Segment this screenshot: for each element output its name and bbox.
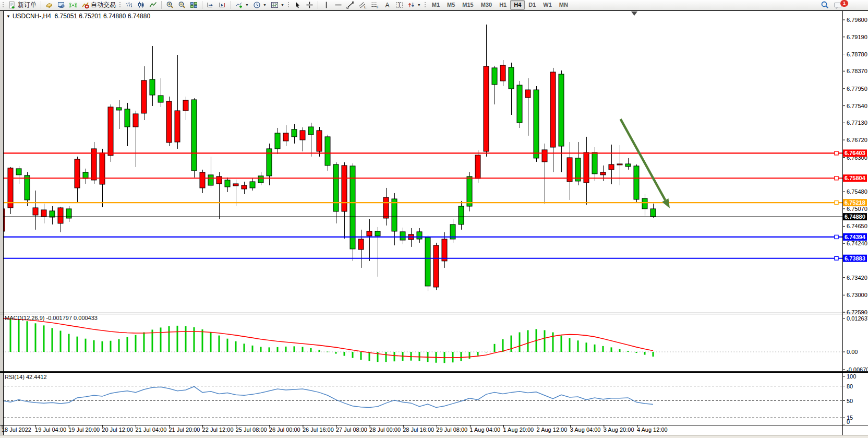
timeframe-D1[interactable]: D1 (525, 0, 539, 10)
time-tick-label: 20 Jul 12:00 (102, 427, 133, 433)
trendline-button[interactable] (344, 0, 356, 10)
candle-up (517, 85, 522, 123)
line-handle[interactable] (835, 151, 838, 155)
trendline-icon (346, 1, 354, 9)
price-tick-label: 6.77950 (847, 86, 867, 92)
macd-bar (527, 330, 529, 352)
macd-tick-label: 0.012637 (847, 315, 868, 322)
macd-bar (10, 319, 11, 352)
profiles-button[interactable] (43, 0, 55, 10)
macd-bar (260, 347, 262, 352)
macd-bar (85, 339, 87, 352)
macd-bar (586, 342, 587, 352)
macd-bar (502, 339, 504, 352)
toolbar-grip[interactable] (424, 2, 426, 8)
toolbar-grip[interactable] (119, 2, 121, 8)
timeframe-H1[interactable]: H1 (496, 0, 510, 10)
macd-indicator-label: MACD(12,26,9) -0.001797 0.000433 (5, 315, 98, 321)
candle-up (333, 164, 339, 211)
text-icon: A (383, 1, 391, 9)
zoom-out-button[interactable] (176, 0, 188, 10)
candle-up (258, 176, 263, 183)
search-button[interactable] (818, 0, 831, 10)
templates-button[interactable]: ▼ (269, 0, 286, 10)
cursor-button[interactable] (292, 0, 304, 10)
periods-button[interactable]: ▼ (251, 0, 269, 10)
chart-shift-button[interactable] (216, 0, 228, 10)
line-chart-icon (149, 1, 157, 9)
candle-up (592, 152, 597, 174)
chart-canvas[interactable]: 6.796006.791906.787806.783706.779506.775… (0, 0, 868, 438)
candle-up (116, 108, 122, 110)
line-handle[interactable] (835, 235, 838, 239)
news-signal-button[interactable] (67, 0, 79, 10)
market-watch-button[interactable] (55, 0, 67, 10)
text-button[interactable]: A (381, 0, 393, 10)
macd-bar (319, 350, 320, 352)
macd-bar (552, 333, 554, 352)
notifications-button[interactable]: 1 (831, 0, 845, 10)
line-handle[interactable] (835, 256, 838, 260)
time-tick-label: 2 Aug 12:00 (537, 427, 568, 433)
crosshair-icon (306, 1, 314, 9)
signal-icon (69, 1, 77, 9)
toolbar-grip[interactable] (2, 2, 4, 8)
line-handle[interactable] (835, 201, 838, 205)
tile-windows-icon (190, 1, 198, 9)
timeframe-M30[interactable]: M30 (477, 0, 496, 10)
line-chart-button[interactable] (147, 0, 159, 10)
timeframe-M15[interactable]: M15 (459, 0, 477, 10)
macd-bar (110, 341, 112, 352)
text-label-button[interactable]: T (393, 0, 405, 10)
candle-up (650, 209, 656, 217)
macd-bar (160, 327, 162, 352)
timeframe-MN[interactable]: MN (556, 0, 572, 10)
arrows-button[interactable]: ▼ (405, 0, 423, 10)
candle-up (250, 182, 255, 188)
macd-tick-label: -0.006709 (847, 366, 868, 373)
horizontal-line-button[interactable] (332, 0, 344, 10)
price-tick-label: 6.74240 (847, 240, 867, 246)
timeframe-H4[interactable]: H4 (510, 0, 525, 10)
time-tick-label: 28 Jul 16:00 (403, 427, 434, 433)
time-tick-label: 3 Aug 20:00 (604, 427, 634, 433)
macd-bar (602, 346, 604, 352)
fibonacci-button[interactable]: F (369, 0, 381, 10)
auto-trading-button[interactable]: 自动交易 (79, 0, 118, 10)
macd-bar (544, 330, 546, 352)
indicators-button[interactable]: ▼ (233, 0, 251, 10)
candle-down (383, 197, 389, 218)
candle-down (617, 164, 622, 165)
macd-bar (185, 326, 187, 352)
timeframe-M5[interactable]: M5 (443, 0, 459, 10)
time-tick-label: 26 Jul 16:00 (303, 427, 334, 433)
candlestick-chart-button[interactable] (135, 0, 147, 10)
macd-bar (285, 347, 287, 352)
macd-bar (77, 337, 78, 352)
bar-chart-button[interactable] (123, 0, 135, 10)
price-tick-label: 6.74650 (847, 223, 867, 229)
rsi-tick-label: 0 (847, 419, 850, 425)
vertical-line-button[interactable] (320, 0, 332, 10)
new-order-button[interactable]: 新订单 (6, 0, 39, 10)
toolbar-grip[interactable] (287, 2, 290, 8)
line-handle[interactable] (835, 176, 838, 180)
zoom-in-button[interactable] (164, 0, 176, 10)
crosshair-button[interactable] (304, 0, 316, 10)
tile-windows-button[interactable] (188, 0, 200, 10)
macd-bar (219, 336, 220, 352)
timeframe-W1[interactable]: W1 (539, 0, 556, 10)
auto-scroll-button[interactable] (204, 0, 216, 10)
channel-button[interactable]: E (356, 0, 369, 10)
price-tick-label: 6.78370 (847, 68, 867, 74)
candle-up (392, 199, 397, 231)
candle-down (141, 80, 147, 113)
candle-up (534, 90, 539, 158)
text-letter: A (385, 2, 389, 9)
new-order-icon (8, 1, 16, 9)
chart-title[interactable]: ▼USDCNH-,H4 6.75051 6.75201 6.74880 6.74… (6, 13, 150, 20)
candle-down (342, 165, 347, 211)
timeframe-M1[interactable]: M1 (428, 0, 443, 10)
macd-bar (628, 351, 629, 352)
price-badge-6.74394: 6.74394 (845, 234, 866, 240)
